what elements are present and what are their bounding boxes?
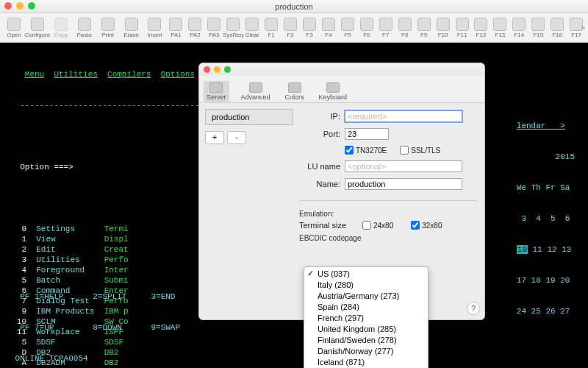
toolbar-pa1-button[interactable]: PA1: [167, 15, 184, 41]
toolbar-copy-button[interactable]: Copy: [50, 15, 72, 41]
toolbar-overflow-icon[interactable]: »: [581, 24, 585, 32]
toolbar-f6-button[interactable]: F6: [358, 15, 376, 41]
toolbar-f3-button[interactable]: F3: [301, 15, 318, 41]
toolbar-icon: [245, 18, 259, 31]
toolbar-print-button[interactable]: Print: [97, 15, 119, 41]
ip-input[interactable]: [345, 110, 462, 122]
codepage-option[interactable]: Iceland (871): [304, 357, 428, 368]
pref-tab-icon: [249, 82, 262, 93]
toolbar-f16-button[interactable]: F16: [548, 15, 566, 41]
toolbar-sysreq-button[interactable]: SysReq: [224, 15, 242, 41]
toolbar-icon: [226, 18, 240, 31]
codepage-label: EBCDIC codepage: [299, 234, 477, 242]
toolbar-open-button[interactable]: Open: [3, 15, 25, 41]
main-toolbar: OpenConfigureCopyPastePrintEraseInsertPA…: [0, 13, 588, 43]
menu-options[interactable]: Options: [161, 70, 195, 79]
pref-tab-advanced[interactable]: Advanced: [238, 81, 273, 102]
toolbar-f4-button[interactable]: F4: [320, 15, 337, 41]
codepage-option[interactable]: Finland/Sweden (278): [304, 335, 428, 346]
toolbar-icon: [379, 18, 392, 31]
toolbar-f14-button[interactable]: F14: [510, 15, 528, 41]
option-settings[interactable]: Settings: [36, 224, 104, 233]
option-prompt: [10, 163, 20, 171]
toolbar-pa3-button[interactable]: PA3: [205, 15, 223, 41]
toolbar-f9-button[interactable]: F9: [415, 15, 433, 41]
toolbar-f1-button[interactable]: F1: [262, 15, 280, 41]
toolbar-erase-button[interactable]: Erase: [121, 15, 143, 41]
toolbar-clear-button[interactable]: Clear: [243, 15, 261, 41]
toolbar-icon: [7, 18, 21, 31]
pref-tab-icon: [209, 82, 223, 93]
toolbar-icon: [474, 18, 487, 31]
profiles-list[interactable]: production: [205, 109, 293, 125]
toolbar-f11-button[interactable]: F11: [453, 15, 471, 41]
terminal-size-24x80-checkbox[interactable]: [362, 221, 371, 230]
codepage-option[interactable]: Danish/Norway (277): [304, 346, 428, 357]
toolbar-icon: [31, 18, 44, 31]
codepage-option[interactable]: United Kingdom (285): [304, 324, 428, 335]
add-profile-button[interactable]: +: [205, 131, 224, 144]
toolbar-f13-button[interactable]: F13: [491, 15, 509, 41]
menu-utilities[interactable]: Utilities: [54, 70, 97, 79]
codepage-option[interactable]: US (037): [304, 269, 428, 280]
menu-compilers[interactable]: Compilers: [107, 70, 151, 79]
preferences-tabbar: ServerAdvancedColorsKeyboard: [199, 75, 484, 103]
connection-status: ONLINE TCPA0054: [10, 353, 88, 364]
profile-item[interactable]: production: [206, 110, 293, 124]
option-utilities[interactable]: Utilities: [36, 255, 104, 264]
terminal-size-32x80-checkbox[interactable]: [411, 221, 420, 230]
toolbar-f8-button[interactable]: F8: [396, 15, 414, 41]
pref-tab-keyboard[interactable]: Keyboard: [316, 81, 351, 102]
port-label: Port:: [299, 130, 340, 138]
calendar-link[interactable]: lendar >: [517, 121, 565, 130]
ssl-checkbox[interactable]: [400, 146, 409, 155]
dialog-zoom-button[interactable]: [224, 66, 231, 73]
lu-input[interactable]: [345, 160, 462, 172]
ip-label: IP:: [299, 112, 340, 121]
window-controls: [4, 2, 35, 10]
toolbar-icon: [125, 18, 138, 31]
lu-label: LU name: [299, 162, 340, 171]
option-view[interactable]: View: [36, 235, 104, 244]
toolbar-f2-button[interactable]: F2: [282, 15, 299, 41]
remove-profile-button[interactable]: -: [227, 131, 246, 144]
toolbar-f10-button[interactable]: F10: [434, 15, 452, 41]
toolbar-icon: [493, 18, 506, 31]
pref-tab-colors[interactable]: Colors: [282, 81, 307, 102]
toolbar-icon: [148, 18, 161, 31]
dialog-close-button[interactable]: [204, 66, 210, 73]
codepage-dropdown[interactable]: US (037)Italy (280)Austria/Germany (273)…: [304, 266, 429, 368]
toolbar-icon: [512, 18, 526, 31]
option-edit[interactable]: Edit: [36, 245, 104, 254]
window-title: production: [275, 2, 312, 11]
toolbar-f7-button[interactable]: F7: [377, 15, 395, 41]
codepage-option[interactable]: Spain (284): [304, 302, 428, 313]
zoom-window-button[interactable]: [28, 2, 35, 10]
toolbar-icon: [169, 18, 182, 31]
name-input[interactable]: [345, 178, 462, 190]
dialog-minimize-button[interactable]: [214, 66, 220, 73]
toolbar-f15-button[interactable]: F15: [529, 15, 547, 41]
tn3270e-checkbox[interactable]: [345, 146, 354, 155]
dialog-titlebar: [199, 63, 484, 75]
toolbar-paste-button[interactable]: Paste: [74, 15, 96, 41]
toolbar-configure-button[interactable]: Configure: [26, 15, 49, 41]
codepage-option[interactable]: Austria/Germany (273): [304, 291, 428, 302]
toolbar-f5-button[interactable]: F5: [339, 15, 356, 41]
menu-menu[interactable]: Menu: [25, 70, 44, 79]
toolbar-f12-button[interactable]: F12: [473, 15, 490, 41]
toolbar-icon: [188, 18, 201, 31]
port-input[interactable]: [345, 128, 389, 140]
codepage-option[interactable]: French (297): [304, 313, 428, 324]
window-titlebar: production: [0, 0, 588, 13]
codepage-option[interactable]: Italy (280): [304, 280, 428, 291]
toolbar-insert-button[interactable]: Insert: [144, 15, 166, 41]
minimize-window-button[interactable]: [16, 2, 24, 10]
toolbar-icon: [531, 18, 545, 31]
toolbar-icon: [360, 18, 373, 31]
toolbar-icon: [398, 18, 412, 31]
toolbar-pa2-button[interactable]: PA2: [186, 15, 204, 41]
close-window-button[interactable]: [4, 2, 12, 10]
help-button[interactable]: ?: [467, 302, 480, 315]
pref-tab-server[interactable]: Server: [204, 81, 229, 102]
